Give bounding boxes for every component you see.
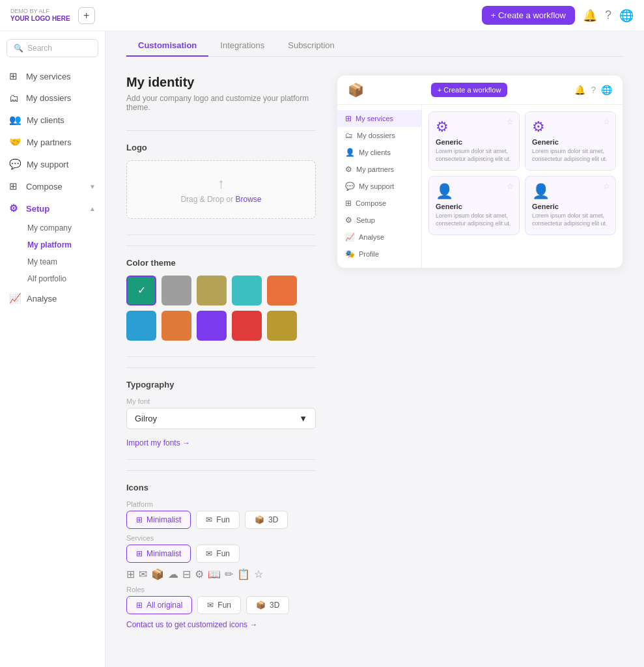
my-dossiers-icon: 🗂 (9, 92, 21, 104)
tab-subscription[interactable]: Subscription (276, 35, 346, 57)
swatch-gray[interactable] (161, 276, 191, 305)
page-description: Add your company logo and customize your… (126, 94, 316, 112)
sidebar-item-my-clients[interactable]: 👥 My clients (0, 109, 105, 131)
sidebar-item-label: My dossiers (26, 93, 71, 103)
swatch-olive[interactable] (197, 276, 227, 305)
preview-create-workflow-button[interactable]: + Create a workflow (431, 83, 508, 97)
envelope-icon: ✉ (207, 601, 214, 610)
preview-card-3: 👤 ☆ Generic Lorem ipsum dolor sit amet, … (525, 176, 616, 235)
platform-3d-option[interactable]: 📦 3D (245, 511, 288, 529)
sidebar-item-label: My partners (27, 137, 72, 147)
swatch-orange[interactable] (267, 276, 297, 305)
platform-fun-option[interactable]: ✉ Fun (196, 511, 240, 529)
preview-sidebar-analyse[interactable]: 📈 Analyse (337, 229, 421, 246)
chevron-down-icon: ▼ (89, 183, 96, 190)
preview-sidebar-my-partners[interactable]: ⚙ My partners (337, 161, 421, 178)
tab-integrations[interactable]: Integrations (208, 35, 276, 57)
preview-sidebar-setup[interactable]: ⚙ Setup (337, 212, 421, 229)
swatch-teal[interactable] (232, 276, 262, 305)
sidebar-item-my-partners[interactable]: 🤝 My partners (0, 131, 105, 153)
sidebar-item-setup[interactable]: ⚙ Setup ▲ (0, 197, 105, 220)
sidebar-item-my-support[interactable]: 💬 My support (0, 153, 105, 175)
swatch-blue-teal[interactable] (126, 311, 156, 341)
setup-icon: ⚙ (9, 203, 21, 214)
browse-link[interactable]: Browse (236, 195, 262, 204)
preview-sidebar-profile[interactable]: 🎭 Profile (337, 246, 421, 263)
search-box[interactable]: 🔍 Search (7, 39, 98, 57)
help-icon[interactable]: ? (605, 8, 611, 22)
sidebar-item-label: Setup (26, 204, 49, 214)
sidebar-subitem-my-company[interactable]: My company (18, 220, 105, 236)
book-icon: 📖 (208, 568, 221, 580)
preview-dossiers-icon: 🗂 (345, 131, 353, 140)
swatch-teal-green[interactable]: ✓ (126, 276, 156, 305)
platform-minimalist-option[interactable]: ⊞ Minimalist (126, 511, 191, 529)
sidebar-item-label: Analyse (27, 294, 57, 304)
preview-globe-icon: 🌐 (601, 85, 612, 95)
import-fonts-link[interactable]: Import my fonts → (126, 438, 190, 447)
preview-sidebar-my-clients[interactable]: 👤 My clients (337, 144, 421, 161)
card-star-icon: ☆ (603, 117, 610, 126)
logo-drop-zone[interactable]: ↑ Drag & Drop or Browse (126, 160, 316, 219)
sidebar-item-label: My services (26, 72, 71, 81)
preview-setup-icon: ⚙ (345, 216, 352, 225)
roles-all-original-option[interactable]: ⊞ All original (126, 596, 192, 614)
services-icon-preview: ⊞ ✉ 📦 ☁ ⊟ ⚙ 📖 ✏ 📋 ☆ (126, 568, 316, 580)
roles-icons-label: Roles (126, 586, 316, 593)
grid-icon: ⊞ (126, 568, 135, 580)
cube-icon: 📦 (255, 515, 264, 524)
logo-separator (126, 234, 316, 235)
color-separator (126, 356, 316, 357)
sidebar-subitem-my-platform[interactable]: My platform (18, 236, 105, 253)
preview-sidebar-my-services[interactable]: ⊞ My services (337, 110, 421, 127)
platform-icon-options: ⊞ Minimalist ✉ Fun 📦 3D (126, 511, 316, 529)
topbar: DEMO BY ALF YOUR LOGO HERE + + Create a … (0, 0, 644, 31)
preview-card-1: ⚙ ☆ Generic Lorem ipsum dolor sit amet, … (525, 111, 616, 171)
font-select-wrap: My font Gilroy ▼ (126, 397, 316, 429)
card-desc: Lorem ipsum dolor sit amet, consectetur … (436, 147, 512, 163)
cube-icon: 📦 (151, 568, 164, 580)
add-button[interactable]: + (78, 7, 95, 24)
preview-sidebar-my-support[interactable]: 💬 My support (337, 178, 421, 195)
sidebar-item-analyse[interactable]: 📈 Analyse (0, 287, 105, 309)
card-title: Generic (436, 203, 512, 210)
card-desc: Lorem ipsum dolor sit amet, consectetur … (532, 147, 609, 163)
swatch-purple[interactable] (197, 311, 227, 341)
sidebar-item-compose[interactable]: ⊞ Compose ▼ (0, 175, 105, 197)
sidebar-item-my-dossiers[interactable]: 🗂 My dossiers (0, 87, 105, 109)
preview-panel: 📦 + Create a workflow 🔔 ? 🌐 ⊞ My servic (337, 75, 623, 268)
notifications-icon[interactable]: 🔔 (583, 8, 597, 23)
tab-customisation[interactable]: Customisation (126, 35, 208, 57)
card-star-icon: ☆ (603, 182, 610, 191)
topbar-right: + Create a workflow 🔔 ? 🌐 (482, 6, 634, 25)
swatch-dark-orange[interactable] (161, 311, 191, 341)
preview-help-icon: ? (591, 85, 596, 95)
roles-fun-option[interactable]: ✉ Fun (197, 596, 241, 614)
globe-icon[interactable]: 🌐 (619, 8, 634, 23)
cloud-icon: ☁ (168, 568, 178, 580)
card-person-icon: 👤 (436, 183, 512, 200)
preview-sidebar-my-dossiers[interactable]: 🗂 My dossiers (337, 127, 421, 144)
main-content: Setup > My platform Customisation Integr… (105, 0, 644, 645)
create-workflow-button[interactable]: + Create a workflow (482, 6, 575, 25)
contact-icons-link[interactable]: Contact us to get customized icons → (126, 620, 257, 629)
font-select[interactable]: Gilroy ▼ (126, 408, 316, 429)
sidebar-subitem-my-team[interactable]: My team (18, 253, 105, 270)
preview-logo-icon: 📦 (348, 82, 364, 98)
preview-analyse-icon: 📈 (345, 233, 355, 242)
typography-title: Typography (126, 367, 316, 390)
sidebar-subitem-alf-portfolio[interactable]: Alf portfolio (18, 270, 105, 287)
sidebar-item-my-services[interactable]: ⊞ My services (0, 65, 105, 87)
preview-support-icon: 💬 (345, 182, 355, 191)
sidebar: 🔍 Search ⊞ My services 🗂 My dossiers 👥 M… (0, 31, 105, 645)
sliders-icon: ⊟ (182, 568, 191, 580)
services-fun-option[interactable]: ✉ Fun (196, 545, 240, 563)
analyse-icon: 📈 (9, 292, 21, 304)
envelope-icon: ✉ (206, 549, 212, 558)
preview-sidebar-compose[interactable]: ⊞ Compose (337, 195, 421, 212)
roles-3d-option[interactable]: 📦 3D (246, 596, 289, 614)
swatch-red[interactable] (232, 311, 262, 341)
swatch-gold[interactable] (267, 311, 297, 341)
services-minimalist-option[interactable]: ⊞ Minimalist (126, 545, 191, 563)
preview-compose-icon: ⊞ (345, 199, 352, 208)
